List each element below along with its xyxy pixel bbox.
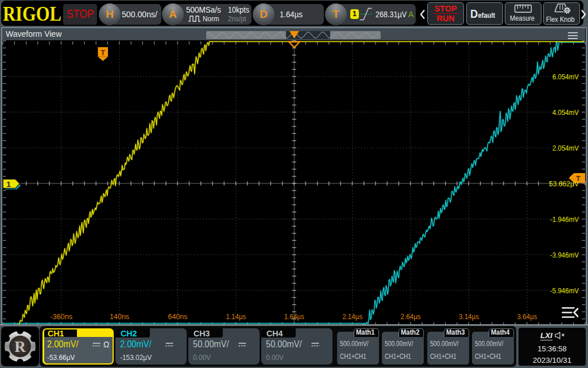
svg-text:1.14µs: 1.14µs <box>226 312 246 321</box>
svg-text:R: R <box>14 338 26 355</box>
svg-text:140ns: 140ns <box>110 312 129 321</box>
svg-text:-3.946mV: -3.946mV <box>550 251 579 259</box>
svg-text:-5.946mV: -5.946mV <box>550 286 579 295</box>
svg-text:2.14µs: 2.14µs <box>342 312 362 321</box>
svg-text:4.054mV: 4.054mV <box>552 108 579 117</box>
svg-text:640ns: 640ns <box>168 312 188 321</box>
svg-text:-360ns: -360ns <box>50 312 72 321</box>
svg-text:-1.946mV: -1.946mV <box>550 215 579 224</box>
svg-text:2.054mV: 2.054mV <box>552 144 579 152</box>
svg-text:53.662µV: 53.662µV <box>549 179 579 188</box>
svg-text:3.14µs: 3.14µs <box>459 312 479 321</box>
svg-text:6.054mV: 6.054mV <box>552 72 579 81</box>
svg-text:3.64µs: 3.64µs <box>517 312 537 321</box>
svg-text:2.64µs: 2.64µs <box>401 312 421 321</box>
svg-text:T: T <box>100 48 105 57</box>
svg-text:1.64µs: 1.64µs <box>284 312 304 321</box>
svg-text:1: 1 <box>6 180 11 189</box>
